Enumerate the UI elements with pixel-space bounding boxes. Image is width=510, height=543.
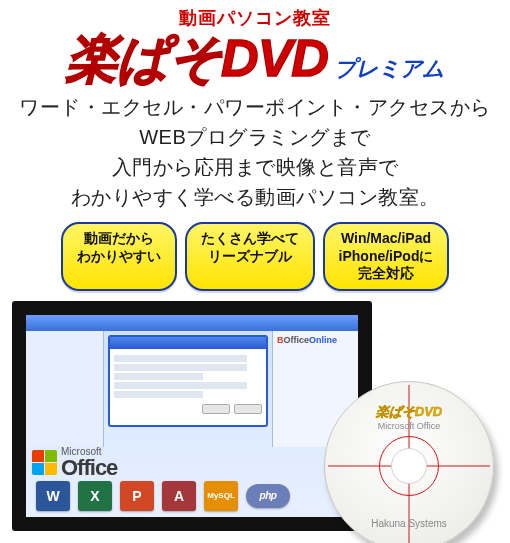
desc-line: わかりやすく学べる動画パソコン教室。 [4, 182, 506, 212]
excel-icon: X [78, 481, 112, 511]
disc-subtitle: Microsoft Office [324, 421, 494, 431]
feature-badges: 動画だから わかりやすい たくさん学べて リーズナブル Win/Mac/iPad… [4, 222, 506, 291]
desc-line: 入門から応用まで映像と音声で [4, 152, 506, 182]
office-logo-icon [32, 450, 57, 475]
dialog-btn [234, 404, 262, 414]
dvd-disc: 楽ぱそDVD Microsoft Office Hakuna Systems [324, 381, 494, 544]
brand-online: Online [309, 335, 337, 345]
office-big: Office [61, 457, 117, 479]
disc-maker: Hakuna Systems [324, 518, 494, 529]
tagline: 動画パソコン教室 [4, 6, 506, 30]
dialog-window [108, 335, 268, 427]
desc-line: ワード・エクセル・パワーポイント・アクセスから [4, 92, 506, 122]
dialog-buttons [110, 404, 266, 418]
word-icon: W [36, 481, 70, 511]
brand-office: Office [284, 335, 310, 345]
left-panel [26, 331, 104, 447]
dialog-body [110, 349, 266, 404]
access-icon: A [162, 481, 196, 511]
dialog-titlebar [110, 337, 266, 349]
disc-hub [391, 448, 427, 484]
mysql-icon: MySQL [204, 481, 238, 511]
window-titlebar [26, 315, 358, 331]
office-online-label: BOfficeOnline [277, 335, 354, 345]
description: ワード・エクセル・パワーポイント・アクセスから WEBプログラミングまで 入門か… [4, 92, 506, 212]
app-icon-row: W X P A MySQL php [36, 481, 348, 511]
badge-compatibility: Win/Mac/iPad iPhone/iPodに 完全対応 [323, 222, 450, 291]
media-area: BOfficeOnline Microsoft Off [4, 301, 506, 544]
badge-easy: 動画だから わかりやすい [61, 222, 177, 291]
title-main: 楽ぱそDVD [66, 32, 328, 84]
powerpoint-icon: P [120, 481, 154, 511]
disc-title: 楽ぱそDVD [324, 403, 494, 421]
title-sub: プレミアム [334, 54, 444, 84]
badge-reasonable: たくさん学べて リーズナブル [185, 222, 315, 291]
office-brand: Microsoft Office [32, 447, 117, 479]
dialog-btn [202, 404, 230, 414]
php-icon: php [246, 484, 290, 508]
product-ad: 動画パソコン教室 楽ぱそDVD プレミアム ワード・エクセル・パワーポイント・ア… [0, 0, 510, 543]
video-player-screenshot: BOfficeOnline Microsoft Off [12, 301, 372, 531]
desc-line: WEBプログラミングまで [4, 122, 506, 152]
office-text: Microsoft Office [61, 447, 117, 479]
product-title: 楽ぱそDVD プレミアム [4, 32, 506, 84]
